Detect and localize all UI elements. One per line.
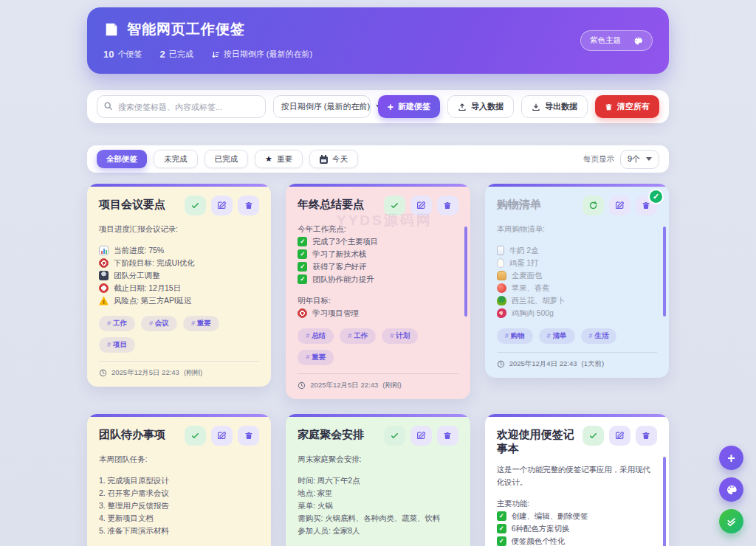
note-line [99, 235, 259, 244]
check-icon: ✓ [497, 524, 506, 533]
sort-icon [211, 50, 220, 59]
tag-pill[interactable]: # 重要 [298, 350, 334, 365]
fab-complete-all-button[interactable] [719, 509, 743, 533]
import-button[interactable]: 导入数据 [447, 95, 514, 118]
per-page-select[interactable]: 9个 [620, 150, 659, 169]
delete-note-button[interactable] [437, 426, 458, 446]
palette-icon [726, 484, 738, 496]
note-content: 周末家庭聚会安排:时间: 周六下午2点地点: 家里菜单: 火锅需购买: 火锅底料… [298, 453, 458, 537]
card-header: 购物清单 [497, 196, 657, 215]
note-line: 菜单: 火锅 [298, 500, 458, 512]
bread-icon [497, 271, 506, 280]
check-icon: ✓ [298, 274, 307, 284]
download-icon [532, 103, 540, 111]
tag-pill[interactable]: # 工作 [99, 316, 135, 331]
fab-theme-button[interactable] [719, 477, 743, 502]
edit-note-button[interactable] [410, 426, 432, 446]
tag-pill[interactable]: # 购物 [497, 328, 533, 344]
note-line: ✓团队协作能力提升 [298, 273, 458, 286]
note-tags: # 工作# 会议# 重要# 项目 [99, 316, 259, 353]
delete-note-button[interactable] [636, 426, 657, 446]
note-footer: 2025年12月4日 22:43 (1天前) [497, 352, 657, 378]
tag-pill[interactable]: # 会议 [141, 316, 177, 331]
alarm-icon [99, 283, 109, 293]
clock-icon [497, 360, 505, 368]
complete-note-button[interactable] [583, 426, 604, 446]
theme-button-label: 紫色主题 [590, 35, 621, 46]
edit-note-button[interactable] [609, 426, 630, 446]
complete-note-button[interactable] [185, 426, 206, 446]
card-scrollbar[interactable] [663, 457, 666, 546]
filter-button[interactable]: 已完成 [205, 150, 249, 168]
theme-switch-button[interactable]: 紫色主题 [580, 30, 653, 51]
note-line: 今年工作亮点: [298, 223, 458, 235]
search-input[interactable] [97, 95, 266, 118]
meat-icon [497, 308, 506, 318]
check-icon [588, 431, 598, 440]
note-content: 本周购物清单:牛奶 2盒鸡蛋 1打全麦面包苹果、香蕉西兰花、胡萝卜鸡胸肉 500… [497, 223, 657, 319]
delete-note-button[interactable] [238, 426, 259, 446]
note-timestamp: 2025年12月5日 22:43 [310, 381, 378, 390]
sort-select[interactable]: 按日期倒序 (最新的在前) [273, 95, 371, 118]
note-line: !风险点: 第三方API延迟 [99, 294, 259, 307]
export-button[interactable]: 导出数据 [521, 95, 588, 118]
egg-icon [497, 258, 504, 268]
complete-note-button[interactable] [384, 426, 405, 446]
complete-note-button[interactable] [583, 196, 604, 215]
edit-note-button[interactable] [410, 196, 432, 215]
tag-pill[interactable]: # 工作 [340, 328, 376, 344]
complete-note-button[interactable] [384, 196, 405, 215]
note-line: 截止日期: 12月15日 [99, 282, 259, 294]
delete-note-button[interactable] [437, 196, 458, 215]
tag-pill[interactable]: # 重要 [183, 316, 219, 331]
check-icon [190, 201, 200, 210]
note-line: 1. 完成项目原型设计 [99, 474, 259, 487]
tag-pill[interactable]: # 总结 [298, 328, 334, 344]
note-age: (刚刚) [184, 368, 202, 378]
notes-count: 10个便签 [103, 49, 142, 60]
note-line: 下阶段目标: 完成UI优化 [99, 257, 259, 269]
completed-count: 2已完成 [159, 49, 193, 60]
complete-note-button[interactable] [185, 196, 206, 215]
card-scrollbar[interactable] [464, 227, 467, 317]
note-card: ✓ 购物清单 本周购物清单:牛奶 2盒鸡蛋 1打全麦面包苹果、香蕉西兰花、胡萝卜… [485, 184, 669, 378]
note-line: ✓学习了新技术栈 [298, 248, 458, 260]
fab-add-note-button[interactable]: + [719, 446, 743, 470]
card-actions [185, 426, 259, 446]
note-title: 项目会议要点 [99, 196, 165, 212]
note-line: 周末家庭聚会安排: [298, 453, 458, 466]
search-box [97, 95, 266, 118]
filter-button[interactable]: 重要 [255, 150, 303, 168]
trash-icon [244, 201, 253, 210]
tag-pill[interactable]: # 生活 [581, 328, 617, 344]
note-line: 团队分工调整 [99, 269, 259, 282]
app-header: 智能网页工作便签 10个便签 2已完成 按日期倒序 (最新的在前) 紫色主题 [87, 7, 669, 74]
tag-pill[interactable]: # 项目 [99, 337, 135, 353]
edit-note-button[interactable] [211, 426, 233, 446]
tag-pill[interactable]: # 清单 [539, 328, 575, 344]
card-scrollbar[interactable] [663, 227, 666, 317]
page-title: 智能网页工作便签 [127, 20, 245, 39]
note-card: 家庭聚会安排 周末家庭聚会安排:时间: 周六下午2点地点: 家里菜单: 火锅需购… [286, 414, 470, 546]
sort-select-value: 按日期倒序 (最新的在前) [281, 101, 370, 112]
edit-note-button[interactable] [609, 196, 630, 215]
clear-all-button[interactable]: 清空所有 [595, 95, 659, 118]
note-line: 主要功能: [497, 497, 657, 510]
delete-note-button[interactable] [238, 196, 259, 215]
filter-button[interactable]: 未完成 [154, 150, 198, 168]
note-card: 项目会议要点 项目进度汇报会议记录:当前进度: 75%下阶段目标: 完成UI优化… [87, 184, 271, 387]
tag-pill[interactable]: # 计划 [382, 328, 418, 344]
filter-button[interactable]: 今天 [309, 150, 358, 168]
note-line: 时间: 周六下午2点 [298, 474, 458, 487]
edit-note-button[interactable] [211, 196, 233, 215]
check-icon: ✓ [298, 249, 307, 259]
card-accent-strip [87, 184, 271, 187]
filter-list: 全部便签 未完成 已完成 重要 今天 [97, 150, 358, 168]
note-content: 今年工作亮点:✓完成了3个主要项目✓学习了新技术栈✓获得了客户好评✓团队协作能力… [298, 223, 458, 319]
filter-button[interactable]: 全部便签 [97, 150, 147, 168]
apple-icon [497, 283, 506, 293]
trash-icon [244, 431, 253, 440]
filter-label: 重要 [277, 154, 292, 165]
note-footer: 2025年12月5日 22:43 (刚刚) [99, 361, 259, 387]
new-note-button[interactable]: + 新建便签 [378, 95, 440, 118]
